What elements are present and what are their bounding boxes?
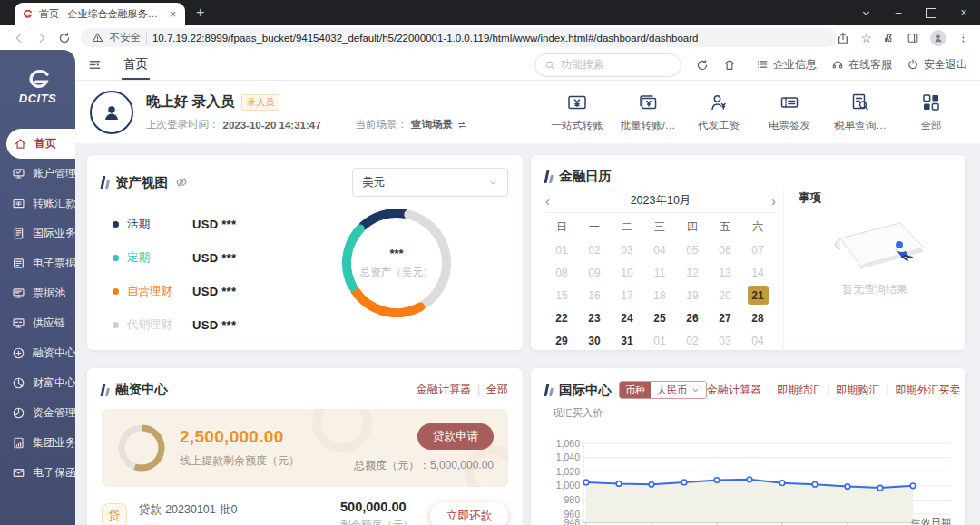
- quick-action-batch-transfer[interactable]: 批量转账/…: [619, 92, 677, 132]
- browser-menu-icon[interactable]: [957, 32, 969, 44]
- sidebar-item-ebill[interactable]: 电子票据: [0, 248, 75, 278]
- calendar-day[interactable]: 22: [545, 306, 578, 329]
- sidebar-item-bill-pool[interactable]: 票据池: [0, 278, 75, 308]
- quick-action-one-stop-transfer[interactable]: 一站式转账: [548, 92, 606, 132]
- calendar-day[interactable]: 06: [709, 238, 741, 261]
- calendar-day[interactable]: 11: [643, 261, 676, 284]
- sidebar-item-funds[interactable]: 资金管理: [0, 398, 75, 428]
- calendar-day[interactable]: 18: [643, 284, 676, 306]
- calendar-day[interactable]: 10: [611, 261, 643, 284]
- new-tab-button[interactable]: +: [196, 5, 204, 25]
- eye-off-icon[interactable]: [175, 176, 188, 189]
- forward-icon[interactable]: [30, 32, 53, 44]
- sidebar-item-international[interactable]: 国际业务: [0, 219, 75, 248]
- bookmark-star-icon[interactable]: ☆: [860, 32, 872, 44]
- calendar-day[interactable]: 12: [676, 261, 709, 284]
- calendar-day[interactable]: 16: [578, 284, 611, 306]
- calendar-day[interactable]: 03: [709, 329, 741, 352]
- calendar-day[interactable]: 19: [676, 284, 709, 306]
- window-minimize-button[interactable]: –: [882, 0, 915, 25]
- share-icon[interactable]: [837, 32, 849, 44]
- calendar-day[interactable]: 01: [545, 238, 578, 261]
- finance-link-0[interactable]: 金融计算器: [416, 382, 471, 397]
- empty-text: 暂无查询结果: [842, 282, 907, 297]
- currency-select[interactable]: 美元: [352, 168, 508, 197]
- calendar-day[interactable]: 23: [578, 306, 611, 329]
- fx-chart-y-title: 现汇买入价: [553, 406, 951, 420]
- intl-link-2[interactable]: 即期购汇: [836, 383, 879, 398]
- calendar-day[interactable]: 26: [676, 306, 709, 329]
- calendar-day[interactable]: 04: [741, 329, 774, 352]
- address-bar[interactable]: 不安全 10.7.19.22:8999/fpaas_bucket/9415403…: [81, 28, 837, 47]
- calendar-day[interactable]: 30: [578, 329, 611, 352]
- calendar-day[interactable]: 04: [643, 238, 676, 261]
- calendar-day[interactable]: 17: [611, 284, 643, 306]
- calendar-day[interactable]: 13: [709, 261, 741, 284]
- intl-link-0[interactable]: 金融计算器: [707, 383, 761, 398]
- card-title-icon: [545, 384, 553, 396]
- repay-now-button[interactable]: 立即还款: [430, 502, 508, 525]
- calendar-next-icon[interactable]: ›: [756, 194, 776, 208]
- sidebar-item-transfer[interactable]: 转账汇款: [0, 189, 75, 219]
- collapse-menu-icon[interactable]: [88, 58, 102, 72]
- currency-type-select[interactable]: 币种 人民币: [619, 381, 707, 399]
- calendar-day[interactable]: 20: [709, 284, 741, 306]
- calendar-day[interactable]: 08: [545, 261, 578, 284]
- side-panel-icon[interactable]: [906, 32, 919, 44]
- calendar-day[interactable]: 15: [545, 284, 578, 306]
- calendar-day[interactable]: 27: [709, 306, 741, 329]
- calendar-day[interactable]: 05: [676, 238, 709, 261]
- search-input[interactable]: 功能搜索: [534, 53, 681, 77]
- calendar-day[interactable]: 02: [578, 238, 611, 261]
- sidebar-item-supply-chain[interactable]: 供应链: [0, 308, 75, 338]
- intl-link-1[interactable]: 即期结汇: [777, 383, 820, 398]
- sidebar-item-home[interactable]: 首页: [6, 129, 75, 159]
- legend-label: 代销理财: [127, 317, 192, 333]
- window-maximize-button[interactable]: [915, 0, 947, 25]
- tab-home[interactable]: 首页: [122, 50, 150, 80]
- calendar-prev-icon[interactable]: ‹: [545, 194, 565, 208]
- topbar-action-power[interactable]: 安全退出: [906, 57, 967, 73]
- profile-avatar[interactable]: [930, 30, 946, 46]
- calendar-day[interactable]: 25: [643, 306, 676, 329]
- theme-icon[interactable]: [723, 59, 736, 72]
- calendar-day[interactable]: 24: [611, 306, 643, 329]
- calendar-day[interactable]: 03: [611, 238, 643, 261]
- refresh-icon[interactable]: [696, 59, 709, 72]
- reload-icon[interactable]: [53, 32, 75, 44]
- calendar-day[interactable]: 29: [545, 329, 578, 352]
- calendar-day[interactable]: 31: [611, 329, 643, 352]
- switch-scene-icon[interactable]: [456, 120, 467, 131]
- sidebar-item-wealth[interactable]: 财富中心: [0, 368, 75, 398]
- quick-action-all-apps[interactable]: 全部: [902, 92, 960, 132]
- topbar-action-list[interactable]: 企业信息: [756, 57, 817, 73]
- quick-action-e-ticket[interactable]: 电票签发: [760, 92, 818, 132]
- loan-apply-button[interactable]: 贷款申请: [417, 423, 494, 450]
- browser-tab[interactable]: 首页 - 企业综合金融服务平台 ×: [15, 3, 185, 25]
- sidebar-item-account[interactable]: 账户管理: [0, 159, 75, 189]
- calendar-day[interactable]: 14: [741, 261, 774, 284]
- quick-action-tax-query[interactable]: 税单查询…: [831, 92, 889, 132]
- window-close-button[interactable]: ×: [947, 0, 980, 25]
- sidebar-item-group[interactable]: 集团业务: [0, 428, 75, 458]
- sidebar-item-financing[interactable]: 融资中心: [0, 338, 75, 368]
- quick-action-payroll[interactable]: 代发工资: [690, 92, 748, 132]
- security-warning-icon[interactable]: [92, 32, 103, 44]
- calendar-day[interactable]: 07: [741, 238, 774, 261]
- calendar-day[interactable]: 28: [741, 306, 774, 329]
- calendar-today[interactable]: 21: [748, 286, 769, 305]
- back-icon[interactable]: [7, 32, 30, 44]
- calendar-day[interactable]: 09: [578, 261, 611, 284]
- tab-title: 首页 - 企业综合金融服务平台: [39, 7, 162, 21]
- user-avatar[interactable]: [90, 91, 133, 134]
- calendar-day[interactable]: 02: [676, 329, 709, 352]
- intl-link-3[interactable]: 即期外汇买卖: [895, 383, 960, 398]
- calendar-day[interactable]: 21: [741, 284, 774, 306]
- extensions-icon[interactable]: [883, 32, 896, 44]
- tab-close-icon[interactable]: ×: [168, 8, 178, 21]
- window-chevron-icon[interactable]: [849, 0, 882, 25]
- calendar-day[interactable]: 01: [643, 329, 676, 352]
- finance-link-1[interactable]: 全部: [486, 382, 508, 397]
- topbar-action-headset[interactable]: 在线客服: [831, 57, 892, 73]
- sidebar-item-guarantee[interactable]: 电子保函: [0, 458, 75, 488]
